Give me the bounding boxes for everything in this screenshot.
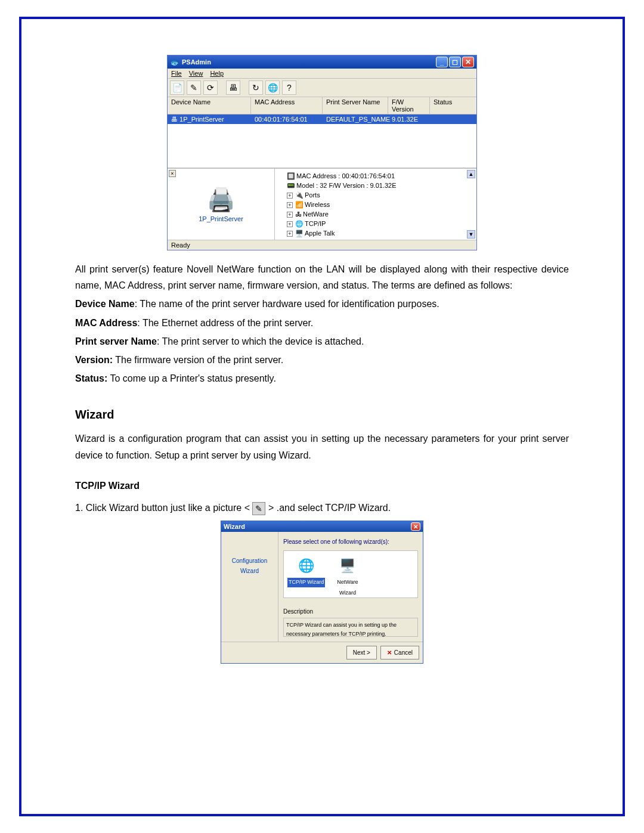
tcpip-icon: 🌐: [295, 220, 304, 227]
dialog-left-pane: Configuration Wizard: [221, 532, 278, 642]
netware-icon: 🖧: [295, 210, 302, 218]
device-row[interactable]: 🖶 1P_PrintServer 00:40:01:76:54:01 DEFAU…: [168, 114, 476, 124]
tree-mac[interactable]: 🔲MAC Address : 00:40:01:76:54:01: [287, 171, 473, 181]
status-bar: Ready: [168, 240, 476, 250]
cell-device-name: 🖶 1P_PrintServer: [168, 114, 251, 124]
tcpip-step: 1. Click Wizard button just like a pictu…: [75, 500, 569, 516]
col-device-name[interactable]: Device Name: [168, 97, 251, 114]
tree-netware[interactable]: +🖧NetWare: [287, 209, 473, 219]
tree-appletalk[interactable]: +🖥️Apple Talk: [287, 228, 473, 238]
expand-icon[interactable]: +: [287, 221, 293, 227]
description-heading: Description: [283, 606, 418, 617]
device-preview-pane: × 🖨️ 1P_PrintServer: [168, 169, 275, 240]
toolbar-help-icon[interactable]: ?: [282, 80, 296, 95]
col-mac-address[interactable]: MAC Address: [251, 97, 323, 114]
wireless-icon: 📶: [295, 201, 304, 208]
cell-psn: DEFAULT_PS_NAME: [323, 114, 388, 124]
psadmin-window: 🐟 PSAdmin _ ◻ ✕ File View Help 📄 ✎ ⟳ 🖶 ↻…: [167, 55, 477, 250]
menubar: File View Help: [168, 69, 476, 79]
expand-icon[interactable]: +: [287, 212, 293, 218]
expand-icon[interactable]: +: [287, 193, 293, 199]
wizard-instruction: Please select one of following wizard(s)…: [283, 537, 418, 547]
toolbar-properties-icon[interactable]: 📄: [170, 80, 184, 95]
cancel-x-icon: ✕: [387, 648, 392, 658]
cell-status: [430, 114, 476, 124]
dialog-close-button[interactable]: ✕: [411, 522, 420, 531]
config-label-2: Wizard: [240, 566, 259, 576]
expand-icon[interactable]: +: [287, 202, 293, 208]
toolbar: 📄 ✎ ⟳ 🖶 ↻ 🌐 ?: [168, 79, 476, 97]
def-version: Version: The firmware version of the pri…: [75, 352, 569, 368]
minimize-button[interactable]: _: [436, 57, 448, 67]
wizard-dialog: Wizard ✕ Configuration Wizard Please sel…: [221, 521, 423, 664]
col-status[interactable]: Status: [430, 97, 476, 114]
dialog-title: Wizard: [224, 521, 245, 532]
expand-icon[interactable]: +: [287, 231, 293, 237]
intro-paragraph: All print server(s) feature Novell NetWa…: [75, 261, 569, 293]
tcpip-wizard-item[interactable]: 🌐 TCP/IP Wizard: [287, 555, 325, 587]
maximize-button[interactable]: ◻: [449, 57, 461, 67]
appletalk-icon: 🖥️: [295, 230, 304, 237]
def-psn: Print server Name: The print server to w…: [75, 333, 569, 349]
tree-model[interactable]: 📟Model : 32 F/W Version : 9.01.32E: [287, 181, 473, 190]
pane-close-icon[interactable]: ×: [169, 170, 176, 177]
col-print-server-name[interactable]: Print Server Name: [323, 97, 388, 114]
tree-ports[interactable]: +🔌Ports: [287, 190, 473, 200]
menu-help[interactable]: Help: [210, 70, 224, 77]
netware-icon: 🖥️: [339, 555, 355, 577]
description-text: TCP/IP Wizard can assist you in setting …: [283, 618, 418, 637]
tree-wireless[interactable]: +📶Wireless: [287, 200, 473, 209]
globe-icon: 🌐: [298, 555, 314, 577]
detail-panes: × 🖨️ 1P_PrintServer ▲ ▼ 🔲MAC Address : 0…: [168, 168, 476, 240]
printer-large-icon: 🖨️: [207, 187, 235, 213]
config-label-1: Configuration: [232, 556, 267, 566]
wizard-icon-list: 🌐 TCP/IP Wizard 🖥️ NetWare Wizard: [283, 550, 418, 598]
toolbar-web-icon[interactable]: 🌐: [265, 80, 280, 95]
def-mac: MAC Address: The Ethernet address of the…: [75, 315, 569, 331]
device-list: 🖶 1P_PrintServer 00:40:01:76:54:01 DEFAU…: [168, 114, 476, 168]
def-device-name: Device Name: The name of the print serve…: [75, 296, 569, 312]
wizard-heading: Wizard: [75, 404, 569, 425]
wizard-icon: ✎: [252, 502, 265, 515]
chip-icon: 🔲: [287, 172, 295, 179]
def-status: Status: To come up a Printer's status pr…: [75, 370, 569, 386]
tcpip-wizard-heading: TCP/IP Wizard: [75, 478, 569, 494]
dialog-titlebar: Wizard ✕: [221, 521, 423, 532]
app-icon: 🐟: [170, 57, 179, 67]
toolbar-reset-icon[interactable]: 🖶: [226, 80, 240, 95]
tree-pane: ▲ ▼ 🔲MAC Address : 00:40:01:76:54:01 📟Mo…: [275, 169, 476, 240]
window-title: PSAdmin: [182, 58, 211, 66]
scroll-down-icon[interactable]: ▼: [467, 230, 475, 239]
document-body: All print server(s) feature Novell NetWa…: [75, 261, 569, 664]
ports-icon: 🔌: [295, 191, 304, 199]
menu-view[interactable]: View: [189, 70, 203, 77]
netware-wizard-item[interactable]: 🖥️ NetWare Wizard: [337, 555, 358, 597]
wizard-paragraph: Wizard is a configuration program that c…: [75, 431, 569, 463]
cancel-button[interactable]: ✕ Cancel: [380, 646, 419, 659]
toolbar-upgrade-icon[interactable]: ⟳: [203, 80, 218, 95]
menu-file[interactable]: File: [171, 70, 182, 77]
close-button[interactable]: ✕: [462, 57, 474, 67]
device-preview-label: 1P_PrintServer: [199, 215, 243, 222]
cell-fw: 9.01.32E: [388, 114, 430, 124]
list-header: Device Name MAC Address Print Server Nam…: [168, 97, 476, 114]
printer-icon: 🖶: [171, 116, 178, 123]
col-fw-version[interactable]: F/W Version: [388, 97, 430, 114]
titlebar: 🐟 PSAdmin _ ◻ ✕: [168, 55, 476, 69]
scroll-up-icon[interactable]: ▲: [467, 170, 475, 178]
cell-mac: 00:40:01:76:54:01: [251, 114, 323, 124]
model-icon: 📟: [287, 182, 295, 189]
toolbar-refresh-icon[interactable]: ↻: [249, 80, 263, 95]
toolbar-wizard-icon[interactable]: ✎: [187, 80, 201, 95]
tree-tcpip[interactable]: +🌐TCP/IP: [287, 219, 473, 228]
next-button[interactable]: Next >: [346, 646, 377, 659]
